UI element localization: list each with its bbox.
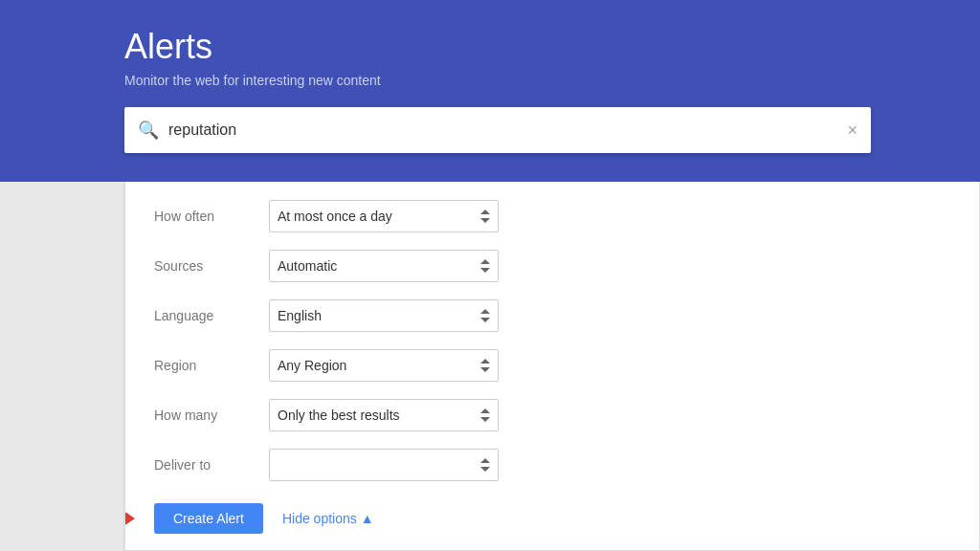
how-often-select[interactable]: At most once a day As-it-happens At most… <box>269 200 499 232</box>
svg-marker-0 <box>124 499 135 538</box>
sources-select[interactable]: Automatic News Blogs Web Video Books Dis… <box>269 250 499 282</box>
clear-icon[interactable]: × <box>847 121 858 141</box>
sidebar <box>0 182 124 551</box>
how-often-label: How often <box>154 209 269 224</box>
sources-row: Sources Automatic News Blogs Web Video B… <box>125 241 979 291</box>
how-many-row: How many Only the best results All resul… <box>125 390 979 440</box>
deliver-to-row: Deliver to <box>125 440 979 490</box>
sources-label: Sources <box>154 258 269 274</box>
region-select[interactable]: Any Region United States United Kingdom <box>269 349 499 382</box>
action-row: Create Alert Hide options ▲ <box>125 494 979 543</box>
header: Alerts Monitor the web for interesting n… <box>0 0 980 182</box>
region-row: Region Any Region United States United K… <box>125 341 979 390</box>
hide-options-link[interactable]: Hide options ▲ <box>282 511 374 526</box>
search-input[interactable] <box>168 121 837 139</box>
language-row: Language English Spanish French German <box>125 291 979 341</box>
language-select[interactable]: English Spanish French German <box>269 299 499 332</box>
hide-options-label: Hide options <box>282 511 357 526</box>
deliver-to-label: Deliver to <box>154 457 269 473</box>
main-content: How often At most once a day As-it-happe… <box>0 182 980 551</box>
page-subtitle: Monitor the web for interesting new cont… <box>124 73 942 88</box>
search-bar: 🔍 × <box>124 107 871 153</box>
chevron-up-icon: ▲ <box>361 511 374 526</box>
region-label: Region <box>154 358 269 373</box>
red-arrow <box>124 499 135 538</box>
options-card: How often At most once a day As-it-happe… <box>124 182 980 551</box>
how-often-row: How often At most once a day As-it-happe… <box>125 191 979 241</box>
how-many-select[interactable]: Only the best results All results <box>269 399 499 431</box>
page-title: Alerts <box>124 27 942 67</box>
deliver-to-select[interactable] <box>269 449 499 481</box>
create-alert-button[interactable]: Create Alert <box>154 503 263 534</box>
how-many-label: How many <box>154 408 269 423</box>
language-label: Language <box>154 308 269 323</box>
action-wrap: Create Alert Hide options ▲ <box>154 503 374 534</box>
search-icon: 🔍 <box>138 120 159 141</box>
